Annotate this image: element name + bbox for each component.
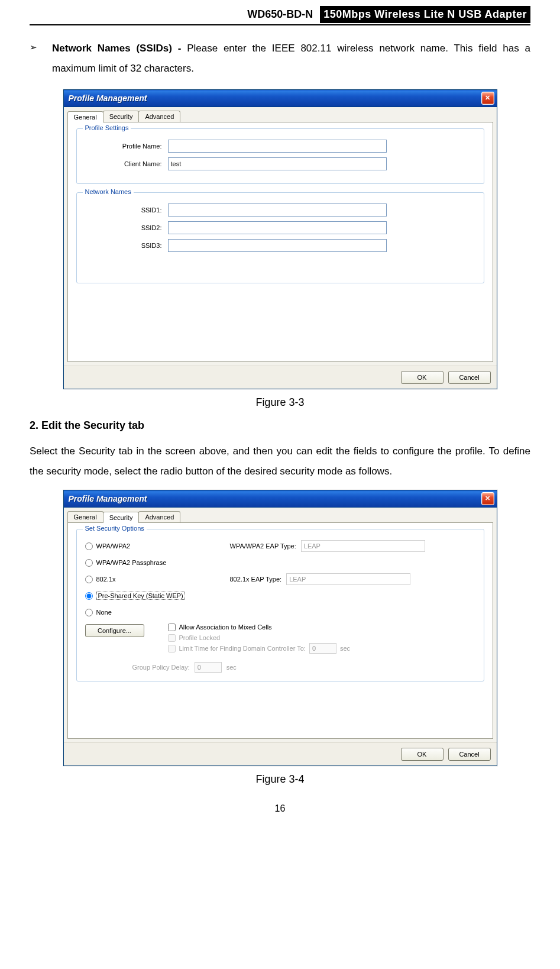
- gpd-spinner: [195, 662, 222, 673]
- chk-limit-time: Limit Time for Finding Domain Controller…: [168, 643, 351, 654]
- cancel-button[interactable]: Cancel: [448, 748, 491, 761]
- ok-button[interactable]: OK: [401, 748, 444, 761]
- dialog-title: Profile Management: [69, 93, 147, 103]
- tab-strip: General Security Advanced: [64, 508, 497, 522]
- tab-body-general: Profile Settings Profile Name: Client Na…: [67, 122, 493, 362]
- bullet-network-names: ➢ Network Names (SSIDs) - Please enter t…: [30, 38, 530, 79]
- radio-8021x-input[interactable]: [85, 576, 93, 583]
- radio-8021x-label: 802.1x: [96, 576, 116, 583]
- gpd-label: Group Policy Delay:: [132, 664, 190, 671]
- chk-mixed-cells[interactable]: Allow Association to Mixed Cells: [168, 622, 351, 632]
- group-set-security-options: Set Security Options WPA/WPA2 WPA/WPA2 E…: [76, 529, 484, 681]
- ssid2-input[interactable]: [168, 221, 387, 234]
- eap-8021x-row: 802.1x EAP Type:: [230, 573, 475, 585]
- radio-none-label: None: [96, 609, 112, 616]
- bullet-text: Network Names (SSIDs) - Please enter the…: [52, 38, 530, 79]
- group-policy-delay-row: Group Policy Delay: sec: [85, 662, 475, 673]
- figure-3-3-caption: Figure 3-3: [30, 396, 530, 409]
- tab-security[interactable]: Security: [103, 512, 140, 523]
- tab-body-security: Set Security Options WPA/WPA2 WPA/WPA2 E…: [67, 522, 493, 739]
- chk-mixed-cells-label: Allow Association to Mixed Cells: [179, 624, 272, 631]
- legend-network-names: Network Names: [83, 188, 134, 195]
- radio-wpa-passphrase[interactable]: WPA/WPA2 Passphrase: [85, 557, 218, 569]
- limit-time-unit: sec: [340, 645, 350, 652]
- titlebar: Profile Management ✕: [64, 490, 497, 508]
- legend-set-security: Set Security Options: [83, 525, 147, 532]
- dialog-footer: OK Cancel: [64, 742, 497, 765]
- header-title: 150Mbps Wireless Lite N USB Adapter: [320, 6, 530, 23]
- tab-strip: General Security Advanced: [64, 107, 497, 122]
- eap-wpa-row: WPA/WPA2 EAP Type:: [230, 540, 475, 552]
- radio-none-input[interactable]: [85, 609, 93, 616]
- page-header: WD650-BD-N 150Mbps Wireless Lite N USB A…: [30, 6, 530, 25]
- profile-management-dialog-general: Profile Management ✕ General Security Ad…: [63, 89, 497, 389]
- radio-wpa-passphrase-input[interactable]: [85, 559, 93, 567]
- cancel-button[interactable]: Cancel: [448, 371, 491, 384]
- radio-wpa-wpa2[interactable]: WPA/WPA2: [85, 540, 218, 552]
- header-model: WD650-BD-N: [247, 8, 313, 21]
- eap-8021x-select[interactable]: [286, 573, 410, 585]
- chk-limit-time-label: Limit Time for Finding Domain Controller…: [179, 645, 306, 652]
- tab-advanced[interactable]: Advanced: [138, 111, 180, 122]
- chk-profile-locked-label: Profile Locked: [179, 634, 221, 641]
- close-button[interactable]: ✕: [481, 92, 494, 105]
- radio-psk-wep-input[interactable]: [85, 592, 93, 600]
- configure-button[interactable]: Configure...: [85, 624, 144, 637]
- radio-psk-wep[interactable]: Pre-Shared Key (Static WEP): [85, 590, 218, 602]
- gpd-unit: sec: [226, 664, 237, 671]
- section-2-heading: 2. Edit the Security tab: [30, 419, 530, 432]
- titlebar: Profile Management ✕: [64, 90, 497, 107]
- ssid3-input[interactable]: [168, 239, 387, 252]
- eap-wpa-select[interactable]: [301, 540, 425, 552]
- bullet-marker: ➢: [30, 38, 52, 79]
- radio-8021x[interactable]: 802.1x: [85, 573, 218, 585]
- limit-time-spinner: [309, 643, 336, 654]
- radio-none[interactable]: None: [85, 606, 218, 618]
- ok-button[interactable]: OK: [401, 371, 444, 384]
- client-name-label: Client Name:: [85, 160, 162, 167]
- tab-security[interactable]: Security: [103, 111, 140, 122]
- group-profile-settings: Profile Settings Profile Name: Client Na…: [76, 128, 484, 184]
- client-name-input[interactable]: [168, 157, 387, 170]
- chk-limit-time-input: [168, 645, 176, 653]
- ssid3-label: SSID3:: [85, 242, 162, 249]
- group-network-names: Network Names SSID1: SSID2: SSID3:: [76, 192, 484, 283]
- legend-profile-settings: Profile Settings: [83, 124, 131, 131]
- close-button[interactable]: ✕: [481, 492, 494, 505]
- tab-general[interactable]: General: [67, 511, 103, 522]
- profile-name-input[interactable]: [168, 140, 387, 153]
- checkbox-column: Allow Association to Mixed Cells Profile…: [168, 622, 351, 654]
- close-icon: ✕: [485, 94, 490, 101]
- profile-name-label: Profile Name:: [85, 143, 162, 150]
- chk-profile-locked-input: [168, 634, 176, 642]
- tab-advanced[interactable]: Advanced: [138, 511, 180, 522]
- radio-psk-wep-label: Pre-Shared Key (Static WEP): [96, 592, 185, 600]
- figure-3-4-caption: Figure 3-4: [30, 773, 530, 786]
- bullet-label: Network Names (SSIDs) -: [52, 43, 187, 54]
- dialog-title: Profile Management: [69, 494, 147, 503]
- tab-general[interactable]: General: [67, 111, 103, 122]
- radio-wpa-wpa2-input[interactable]: [85, 542, 93, 550]
- ssid1-label: SSID1:: [85, 206, 162, 214]
- eap-wpa-label: WPA/WPA2 EAP Type:: [230, 542, 296, 550]
- page-number: 16: [30, 803, 530, 814]
- ssid2-label: SSID2:: [85, 224, 162, 231]
- eap-8021x-label: 802.1x EAP Type:: [230, 576, 282, 583]
- ssid1-input[interactable]: [168, 204, 387, 217]
- radio-wpa-wpa2-label: WPA/WPA2: [96, 542, 131, 550]
- section-2-para: Select the Security tab in the screen ab…: [30, 441, 530, 482]
- profile-management-dialog-security: Profile Management ✕ General Security Ad…: [63, 490, 497, 766]
- chk-mixed-cells-input[interactable]: [168, 624, 176, 631]
- dialog-footer: OK Cancel: [64, 366, 497, 389]
- close-icon: ✕: [485, 495, 490, 502]
- chk-profile-locked: Profile Locked: [168, 632, 351, 643]
- radio-wpa-passphrase-label: WPA/WPA2 Passphrase: [96, 559, 167, 566]
